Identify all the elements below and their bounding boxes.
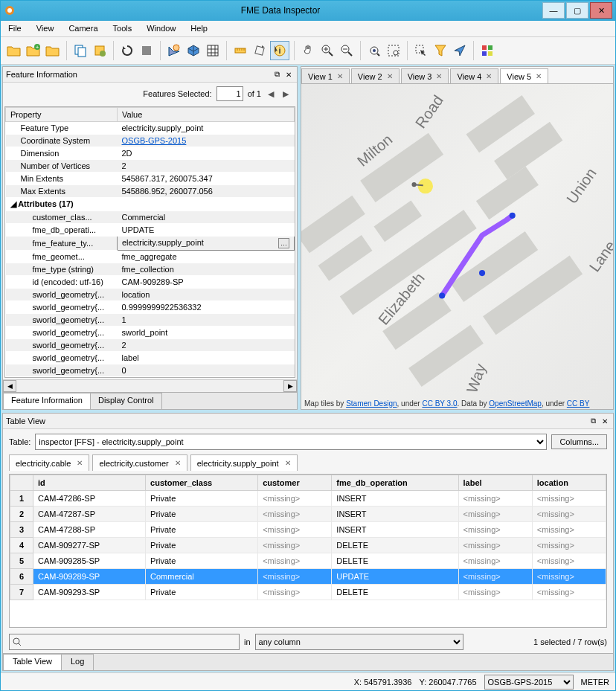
property-row[interactable]: sworld_geometry{...sworld_point bbox=[6, 327, 295, 339]
close-pane-icon[interactable]: ✕ bbox=[283, 69, 294, 80]
copy-icon[interactable] bbox=[71, 42, 89, 60]
table-row[interactable]: 2CAM-47287-SPPrivate<missing>INSERT<miss… bbox=[10, 507, 606, 522]
features-selected-input[interactable] bbox=[216, 86, 243, 101]
palette-icon[interactable] bbox=[478, 42, 496, 60]
property-row[interactable]: sworld_geometry{...0.9999999922536332 bbox=[6, 301, 295, 314]
property-row[interactable]: sworld_geometry{...2 bbox=[6, 339, 295, 352]
menu-view[interactable]: View bbox=[29, 22, 62, 35]
tab-view-5[interactable]: View 5✕ bbox=[500, 68, 548, 83]
close-tab-icon[interactable]: ✕ bbox=[387, 72, 393, 80]
ttab-customer[interactable]: electricity.customer✕ bbox=[92, 454, 187, 471]
property-row[interactable]: Min Extents545867.317, 260075.347 bbox=[6, 173, 295, 185]
tab-table-view[interactable]: Table View bbox=[3, 654, 62, 670]
close-tab-icon[interactable]: ✕ bbox=[436, 72, 442, 80]
link-ccby[interactable]: CC BY bbox=[567, 399, 590, 408]
close-tab-icon[interactable]: ✕ bbox=[337, 72, 343, 80]
tab-log[interactable]: Log bbox=[61, 654, 94, 670]
tab-view-3[interactable]: View 3✕ bbox=[401, 68, 449, 83]
menu-camera[interactable]: Camera bbox=[61, 22, 105, 35]
zoom-selection-icon[interactable] bbox=[385, 42, 402, 60]
minimize-button[interactable]: — bbox=[542, 2, 565, 19]
close-button[interactable]: ✕ bbox=[590, 2, 612, 19]
link-osm[interactable]: OpenStreetMap bbox=[489, 399, 542, 408]
stop-icon[interactable] bbox=[138, 42, 155, 60]
menu-window[interactable]: Window bbox=[139, 22, 183, 35]
property-row[interactable]: Coordinate SystemOSGB-GPS-2015 bbox=[6, 135, 295, 147]
tab-view-4[interactable]: View 4✕ bbox=[450, 68, 498, 83]
table-row[interactable]: 4CAM-909277-SPPrivate<missing>DELETE<mis… bbox=[10, 538, 606, 553]
identify-icon[interactable]: i bbox=[270, 41, 289, 60]
dock-icon[interactable]: ⧉ bbox=[272, 69, 282, 80]
search-input[interactable] bbox=[9, 634, 240, 650]
value-col-header[interactable]: Value bbox=[118, 108, 295, 122]
col-customer-class[interactable]: customer_class bbox=[146, 475, 258, 491]
map-canvas[interactable]: Milton Road Elizabeth Way Union Lane bbox=[301, 84, 613, 409]
property-row[interactable]: customer_clas...Commercial bbox=[6, 211, 295, 224]
menu-file[interactable]: File bbox=[1, 22, 29, 35]
dock-icon[interactable]: ⧉ bbox=[588, 416, 598, 426]
table-select[interactable]: inspector [FFS] - electricity.supply_poi… bbox=[35, 434, 547, 450]
tab-feature-info[interactable]: Feature Information bbox=[3, 393, 91, 409]
table-row[interactable]: 7CAM-909293-SPPrivate<missing>DELETE<mis… bbox=[10, 585, 606, 600]
property-row[interactable]: sworld_geometry{...1 bbox=[6, 314, 295, 327]
tab-display-control[interactable]: Display Control bbox=[90, 393, 162, 409]
refresh-icon[interactable] bbox=[118, 42, 136, 60]
tab-view-2[interactable]: View 2✕ bbox=[351, 68, 400, 83]
3d-icon[interactable] bbox=[185, 42, 202, 60]
search-column-select[interactable]: any column bbox=[255, 634, 463, 650]
maximize-button[interactable]: ▢ bbox=[566, 2, 588, 19]
close-tab-icon[interactable]: ✕ bbox=[486, 72, 492, 80]
col-label[interactable]: label bbox=[458, 475, 532, 491]
zoom-out-icon[interactable] bbox=[338, 42, 356, 60]
zoom-in-icon[interactable] bbox=[318, 42, 336, 60]
property-row[interactable]: Number of Vertices2 bbox=[6, 160, 295, 173]
select-shape-icon[interactable] bbox=[165, 42, 183, 60]
layers-icon[interactable] bbox=[91, 42, 109, 60]
menu-tools[interactable]: Tools bbox=[106, 22, 140, 35]
more-button[interactable]: … bbox=[278, 238, 289, 248]
table-row[interactable]: 6CAM-909289-SPCommercial<missing>UPDATE<… bbox=[10, 569, 606, 585]
col-fme-db-operation[interactable]: fme_db_operation bbox=[332, 475, 458, 491]
tab-view-1[interactable]: View 1✕ bbox=[301, 68, 350, 83]
close-pane-icon[interactable]: ✕ bbox=[600, 416, 610, 426]
h-scrollbar[interactable]: ◀ ▶ bbox=[3, 379, 297, 392]
property-col-header[interactable]: Property bbox=[6, 108, 118, 122]
property-row[interactable]: fme_db_operati...UPDATE bbox=[6, 224, 295, 237]
property-row[interactable]: Feature Typeelectricity.supply_point bbox=[6, 122, 295, 135]
table-row[interactable]: 1CAM-47286-SPPrivate<missing>INSERT<miss… bbox=[10, 491, 606, 507]
open-folder2-icon[interactable] bbox=[44, 42, 62, 60]
status-crs-select[interactable]: OSGB-GPS-2015 bbox=[484, 675, 574, 690]
property-row[interactable]: fme_geomet...fme_aggregate bbox=[6, 251, 295, 263]
open-folder-add-icon[interactable]: + bbox=[25, 42, 42, 60]
table-row[interactable]: 5CAM-909285-SPPrivate<missing>DELETE<mis… bbox=[10, 553, 606, 569]
location-icon[interactable] bbox=[451, 42, 469, 60]
ttab-cable[interactable]: electricity.cable✕ bbox=[9, 454, 89, 471]
grid-icon[interactable] bbox=[204, 42, 222, 60]
property-row[interactable]: fme_type (string)fme_collection bbox=[6, 263, 295, 276]
close-tab-icon[interactable]: ✕ bbox=[77, 459, 83, 467]
ttab-supply-point[interactable]: electricity.supply_point✕ bbox=[190, 454, 298, 471]
filter-icon[interactable] bbox=[431, 42, 449, 60]
table-row[interactable]: 3CAM-47288-SPPrivate<missing>INSERT<miss… bbox=[10, 522, 606, 538]
property-row[interactable]: sworld_geometry{...location bbox=[6, 289, 295, 301]
next-feature-icon[interactable]: ▶ bbox=[280, 89, 291, 99]
open-folder-icon[interactable] bbox=[5, 42, 23, 60]
close-tab-icon[interactable]: ✕ bbox=[536, 72, 542, 80]
property-table[interactable]: PropertyValue Feature Typeelectricity.su… bbox=[4, 106, 295, 378]
property-row[interactable]: ◢ Attributes (17) bbox=[6, 198, 295, 211]
col-customer[interactable]: customer bbox=[258, 475, 332, 491]
menu-help[interactable]: Help bbox=[183, 22, 215, 35]
col-id[interactable]: id bbox=[33, 475, 146, 491]
col-location[interactable]: location bbox=[532, 475, 606, 491]
prev-feature-icon[interactable]: ◀ bbox=[266, 89, 276, 99]
ruler-icon[interactable] bbox=[231, 42, 249, 60]
link-stamen[interactable]: Stamen Design bbox=[346, 399, 397, 408]
zoom-full-icon[interactable] bbox=[365, 42, 383, 60]
scroll-right-icon[interactable]: ▶ bbox=[283, 380, 297, 392]
property-row[interactable]: sworld_geometry{...label bbox=[6, 352, 295, 364]
property-row[interactable]: fme_feature_ty...electricity.supply_poin… bbox=[6, 237, 295, 251]
property-row[interactable]: Max Extents545886.952, 260077.056 bbox=[6, 185, 295, 198]
scroll-left-icon[interactable]: ◀ bbox=[3, 380, 16, 392]
close-tab-icon[interactable]: ✕ bbox=[175, 459, 181, 467]
select-arrow-icon[interactable] bbox=[412, 42, 430, 60]
